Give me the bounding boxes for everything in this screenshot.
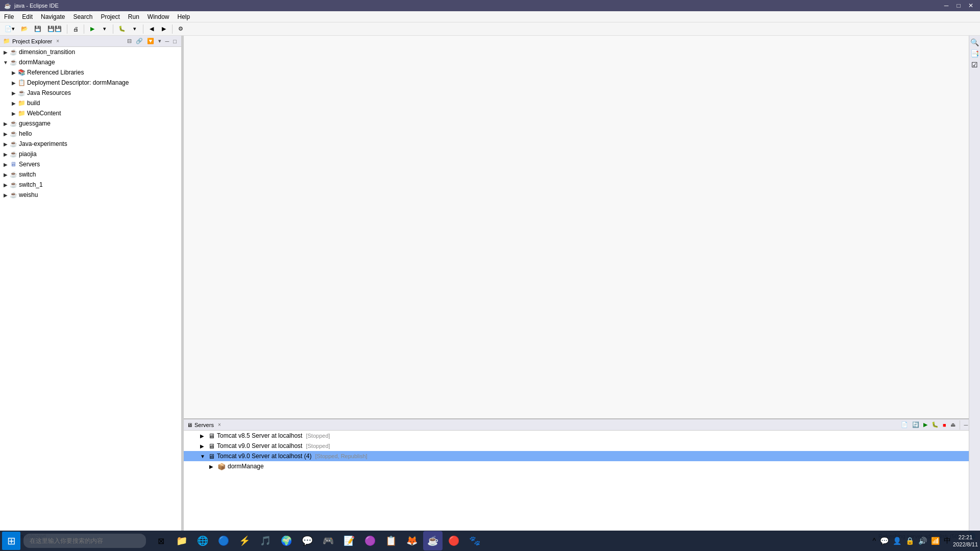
search-input[interactable] <box>23 534 146 548</box>
tray-wechat[interactable]: 💬 <box>879 536 890 546</box>
tray-lock[interactable]: 🔒 <box>904 536 915 546</box>
toolbar-new[interactable]: 📄▾ <box>2 23 17 35</box>
toggle-icon[interactable]: ▶ <box>10 110 17 117</box>
taskbar-app4[interactable]: 📋 <box>381 531 401 550</box>
toolbar-debug-dropdown[interactable]: ▾ <box>129 23 140 35</box>
toolbar-back[interactable]: ◀ <box>146 23 157 35</box>
toolbar-open[interactable]: 📂 <box>18 23 31 35</box>
server-stop-button[interactable]: ■ <box>941 420 948 430</box>
list-item[interactable]: ▶ ☕ Java-experiments <box>0 139 181 149</box>
server-toggle[interactable]: ▶ <box>200 433 206 439</box>
toolbar-print[interactable]: 🖨 <box>70 23 81 35</box>
list-item[interactable]: ▶ ☕ weishu <box>0 190 181 200</box>
menu-search[interactable]: Search <box>69 11 96 22</box>
taskbar-files[interactable]: 📁 <box>172 531 191 550</box>
server-item[interactable]: ▶ 📦 dormManage <box>184 461 980 471</box>
list-item[interactable]: ▶ ☕ hello <box>0 129 181 139</box>
toolbar-settings[interactable]: ⚙ <box>175 23 186 35</box>
toggle-icon[interactable]: ▶ <box>2 181 9 188</box>
menu-navigate[interactable]: Navigate <box>37 11 69 22</box>
toggle-icon[interactable]: ▶ <box>2 171 9 178</box>
view-menu-button[interactable]: ▾ <box>157 37 163 45</box>
list-item[interactable]: ▶ 🖥 Servers <box>0 159 181 169</box>
menu-help[interactable]: Help <box>174 11 194 22</box>
taskbar-notepad[interactable]: 📝 <box>339 531 359 550</box>
tray-lang[interactable]: 中 <box>943 535 952 546</box>
menu-project[interactable]: Project <box>96 11 124 22</box>
toggle-icon[interactable]: ▶ <box>10 99 17 107</box>
filter-button[interactable]: 🔽 <box>145 37 156 45</box>
toggle-icon[interactable]: ▶ <box>2 191 9 198</box>
server-refresh-button[interactable]: 🔄 <box>911 420 921 430</box>
taskbar-wechat[interactable]: 💬 <box>298 531 317 550</box>
start-button[interactable]: ⊞ <box>2 532 20 550</box>
menu-file[interactable]: File <box>0 11 18 22</box>
list-item[interactable]: ▶ ☕ dimension_transition <box>0 47 181 57</box>
toggle-icon[interactable]: ▶ <box>10 89 17 96</box>
list-item[interactable]: ▶ 📚 Referenced Libraries <box>0 67 181 78</box>
toolbar-forward[interactable]: ▶ <box>158 23 169 35</box>
servers-tab-close[interactable]: × <box>218 422 221 428</box>
server-item[interactable]: ▶ 🖥 Tomcat v9.0 Server at localhost [Sto… <box>184 441 980 451</box>
search-icon[interactable]: 🔍 <box>969 37 980 48</box>
tasks-icon[interactable]: ☑ <box>970 59 979 70</box>
server-new-button[interactable]: 📄 <box>899 420 910 430</box>
taskbar-firefox[interactable]: 🦊 <box>402 531 422 550</box>
list-item[interactable]: ▶ ☕ switch <box>0 169 181 180</box>
tray-user[interactable]: 👤 <box>892 536 902 546</box>
list-item[interactable]: ▶ 📁 build <box>0 98 181 108</box>
toggle-icon[interactable]: ▶ <box>2 151 9 158</box>
list-item[interactable]: ▼ ☕ dormManage <box>0 57 181 67</box>
taskbar-game[interactable]: 🎮 <box>318 531 338 550</box>
server-debug-button[interactable]: 🐛 <box>930 420 940 430</box>
server-toggle[interactable]: ▼ <box>200 454 206 459</box>
toggle-icon[interactable]: ▶ <box>10 79 17 86</box>
collapse-all-button[interactable]: ⊟ <box>126 37 133 45</box>
maximize-panel-button[interactable]: □ <box>172 37 178 45</box>
tray-sound[interactable]: 🔊 <box>917 536 928 546</box>
taskbar-datetime[interactable]: 22:21 2022/8/11 <box>953 534 978 548</box>
toggle-icon[interactable]: ▶ <box>2 140 9 147</box>
close-button[interactable]: ✕ <box>966 2 976 10</box>
taskbar-app6[interactable]: 🔴 <box>444 531 463 550</box>
taskbar-browser2[interactable]: 🌍 <box>277 531 296 550</box>
toolbar-run[interactable]: ▶ <box>87 23 98 35</box>
project-explorer-close[interactable]: × <box>56 38 59 44</box>
toggle-icon[interactable]: ▶ <box>10 69 17 76</box>
link-editor-button[interactable]: 🔗 <box>134 37 144 45</box>
toolbar-save[interactable]: 💾 <box>32 23 44 35</box>
toolbar-save-all[interactable]: 💾💾 <box>45 23 64 35</box>
list-item[interactable]: ▶ ☕ piaojia <box>0 149 181 159</box>
menu-edit[interactable]: Edit <box>18 11 37 22</box>
list-item[interactable]: ▶ 📋 Deployment Descriptor: dormManage <box>0 78 181 88</box>
menu-window[interactable]: Window <box>143 11 174 22</box>
minimize-button[interactable]: ─ <box>941 2 951 10</box>
minimize-panel-button[interactable]: ─ <box>164 37 171 45</box>
tray-wifi[interactable]: 📶 <box>930 536 941 546</box>
menu-run[interactable]: Run <box>124 11 143 22</box>
taskbar-teams[interactable]: 🟣 <box>360 531 380 550</box>
toolbar-debug[interactable]: 🐛 <box>116 23 128 35</box>
tray-expand[interactable]: ^ <box>871 536 877 546</box>
server-toggle[interactable]: ▶ <box>209 464 215 469</box>
outline-icon[interactable]: 📑 <box>969 48 980 59</box>
taskbar-music[interactable]: 🎵 <box>256 531 275 550</box>
maximize-button[interactable]: □ <box>953 2 964 10</box>
list-item[interactable]: ▶ ☕ Java Resources <box>0 88 181 98</box>
list-item[interactable]: ▶ 📁 WebContent <box>0 108 181 118</box>
server-item[interactable]: ▶ 🖥 Tomcat v8.5 Server at localhost [Sto… <box>184 431 980 441</box>
taskbar-shortcut1[interactable]: ⚡ <box>235 531 254 550</box>
toggle-icon[interactable]: ▶ <box>2 48 9 56</box>
toggle-icon[interactable]: ▶ <box>2 130 9 137</box>
list-item[interactable]: ▶ ☕ switch_1 <box>0 180 181 190</box>
list-item[interactable]: ▶ ☕ guessgame <box>0 118 181 129</box>
toggle-icon[interactable]: ▶ <box>2 161 9 168</box>
toolbar-run-dropdown[interactable]: ▾ <box>99 23 110 35</box>
taskbar-task-view[interactable]: ⊠ <box>151 531 170 550</box>
taskbar-chrome[interactable]: 🔵 <box>214 531 233 550</box>
toggle-icon[interactable]: ▶ <box>2 120 9 127</box>
taskbar-app7[interactable]: 🐾 <box>465 531 484 550</box>
server-item[interactable]: ▼ 🖥 Tomcat v9.0 Server at localhost (4) … <box>184 451 980 461</box>
server-toggle[interactable]: ▶ <box>200 443 206 449</box>
taskbar-browser-edge[interactable]: 🌐 <box>193 531 212 550</box>
